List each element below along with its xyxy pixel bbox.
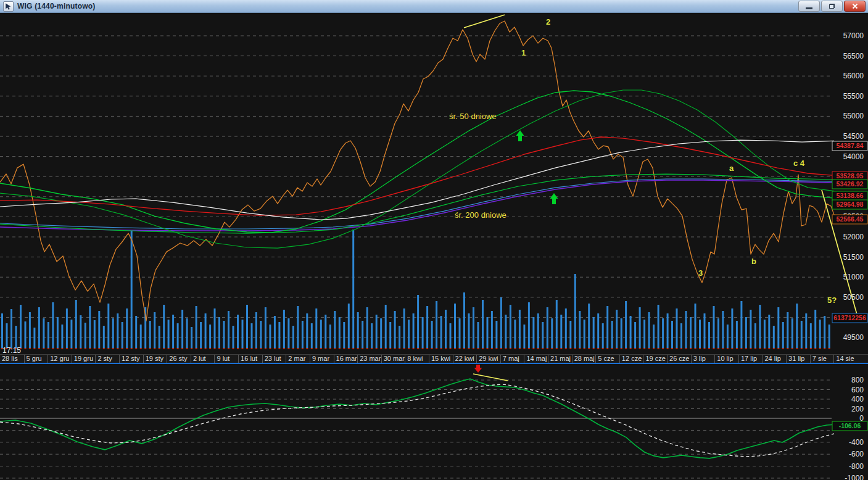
volume-bar-base — [214, 348, 216, 349]
volume-bar-base — [690, 348, 692, 349]
volume-bar — [48, 322, 49, 348]
volume-bar — [704, 313, 706, 348]
volume-bar-base — [722, 348, 724, 349]
volume-bar-base — [736, 348, 738, 349]
value-box-text: 52964.98 — [837, 201, 864, 208]
volume-bar-base — [814, 348, 816, 349]
volume-bar-base — [579, 348, 581, 349]
volume-bar — [302, 321, 304, 348]
volume-bar-base — [302, 348, 304, 349]
volume-bar — [315, 308, 317, 348]
volume-bar — [473, 307, 474, 348]
volume-bar-base — [759, 348, 761, 349]
date-label: 3 lip — [691, 355, 715, 363]
window-controls — [798, 1, 868, 12]
volume-bar — [495, 321, 497, 348]
volume-bar — [754, 323, 756, 348]
volume-bar-base — [52, 348, 54, 349]
volume-bar — [487, 317, 489, 348]
volume-bar-base — [606, 348, 608, 349]
volume-bar — [403, 308, 405, 348]
date-axis[interactable]: 28 lis5 gru12 gru19 gru2 sty12 sty19 sty… — [0, 354, 868, 363]
volume-bar-base — [422, 348, 424, 349]
value-box-text: 54387.84 — [837, 142, 864, 149]
volume-bar — [200, 322, 202, 348]
close-button[interactable] — [844, 1, 866, 12]
volume-bar — [519, 310, 521, 348]
volume-bar — [33, 328, 35, 348]
volume-bar-base — [829, 348, 830, 349]
trendline[interactable] — [473, 374, 508, 381]
volume-bar — [52, 302, 54, 348]
date-label: 2 mar — [286, 355, 310, 363]
volume-bar-base — [658, 348, 659, 349]
volume-bar — [824, 316, 825, 348]
volume-bar — [764, 320, 766, 348]
volume-bar — [759, 305, 761, 348]
volume-bar-base — [149, 348, 151, 349]
volume-bar-base — [385, 348, 387, 349]
volume-bar — [324, 315, 326, 348]
volume-bar-base — [223, 348, 225, 349]
date-label: 26 cze — [667, 355, 691, 363]
volume-bar-base — [94, 348, 96, 349]
volume-bar-base — [218, 348, 220, 349]
volume-bar — [413, 313, 415, 348]
up-arrow-marker[interactable] — [516, 130, 524, 141]
volume-bar — [218, 317, 220, 348]
volume-bar — [523, 325, 525, 348]
volume-bar — [371, 323, 373, 348]
minimize-button[interactable] — [798, 1, 820, 12]
price-axis-label: 51500 — [843, 253, 864, 262]
volume-bar — [61, 325, 63, 348]
restore-icon — [829, 4, 835, 9]
volume-bar-base — [29, 348, 31, 349]
volume-bar-base — [283, 348, 285, 349]
volume-bar-base — [399, 348, 400, 349]
chart-canvas[interactable]: 123abc 45?śr. 50 dnioweśr. 200 dniowe17:… — [0, 0, 868, 480]
volume-bar-base — [269, 348, 271, 349]
volume-bar-base — [389, 348, 391, 349]
volume-bar — [667, 313, 669, 348]
volume-bar — [38, 307, 40, 348]
volume-bar — [648, 312, 650, 348]
volume-bar-base — [542, 348, 544, 349]
volume-bar-base — [450, 348, 452, 349]
volume-bar-base — [537, 348, 539, 349]
volume-bar-base — [228, 348, 229, 349]
volume-bar — [168, 320, 170, 348]
app-window: WIG (1440-minutowo) 123abc 45?śr. 50 dni… — [0, 0, 868, 480]
date-label: 7 maj — [500, 355, 524, 363]
volume-bar — [389, 322, 391, 348]
volume-bar — [630, 316, 632, 348]
volume-bar — [112, 318, 114, 348]
volume-bar-base — [394, 348, 396, 349]
volume-bar-base — [117, 348, 118, 349]
volume-bar — [436, 301, 437, 348]
restore-button[interactable] — [821, 1, 843, 12]
volume-bar-base — [653, 348, 655, 349]
volume-bar-base — [824, 348, 825, 349]
volume-bar-base — [440, 348, 442, 349]
volume-bar-base — [528, 348, 530, 349]
volume-bar — [283, 310, 285, 348]
volume-bar — [510, 305, 511, 348]
down-arrow-marker[interactable] — [474, 365, 482, 373]
volume-bar-base — [667, 348, 669, 349]
volume-bar-base — [514, 348, 516, 349]
volume-bar — [154, 312, 155, 348]
volume-bar — [140, 325, 142, 348]
volume-bar — [117, 313, 118, 348]
series-ma-green-50 — [0, 91, 834, 233]
title-bar[interactable]: WIG (1440-minutowo) — [0, 0, 868, 13]
volume-bar — [292, 326, 294, 348]
volume-bar-base — [274, 348, 276, 349]
volume-bar-base — [630, 348, 632, 349]
volume-bar — [676, 308, 678, 348]
volume-bar — [514, 320, 516, 348]
date-label: 14 maj — [524, 355, 548, 363]
window-title: WIG (1440-minutowo) — [17, 2, 95, 10]
up-arrow-marker[interactable] — [550, 193, 558, 204]
volume-bar-base — [135, 348, 137, 349]
cursor-icon — [5, 3, 12, 10]
